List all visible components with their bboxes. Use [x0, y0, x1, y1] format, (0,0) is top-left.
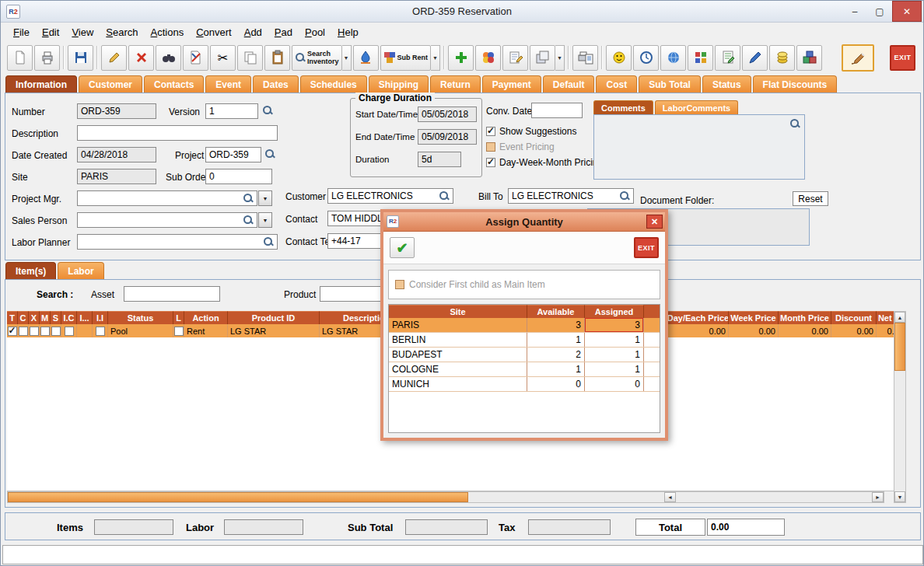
print-button[interactable]	[34, 45, 60, 71]
vertical-scroll-thumb[interactable]	[894, 323, 905, 371]
site-field[interactable]: PARIS	[77, 169, 156, 184]
dialog-row-berlin[interactable]: BERLIN 1 1	[389, 333, 660, 348]
consider-first-child-checkbox[interactable]	[395, 280, 404, 289]
labor-planner-field[interactable]	[77, 234, 278, 250]
col-c[interactable]: C	[18, 311, 29, 324]
packages-button[interactable]	[796, 45, 822, 71]
number-field[interactable]: ORD-359	[77, 103, 156, 119]
dialog-exit-button[interactable]: EXIT	[634, 237, 659, 258]
vertical-scrollbar[interactable]: ▲ ▼	[894, 311, 906, 503]
exit-button[interactable]: EXIT	[890, 45, 915, 71]
new-document-button[interactable]	[7, 45, 33, 71]
sub-rent-button[interactable]: Sub Rent	[380, 45, 432, 71]
col-ic[interactable]: I.C	[61, 311, 77, 324]
project-mgr-field[interactable]	[77, 190, 257, 206]
tab-cost[interactable]: Cost	[596, 75, 637, 93]
reset-button[interactable]: Reset	[793, 191, 828, 206]
end-date-field[interactable]: 05/09/2018	[418, 129, 477, 145]
bill-to-field[interactable]: LG ELECTRONICS	[508, 188, 634, 204]
dialog-row-paris[interactable]: PARIS 3 3	[389, 318, 660, 333]
item-x-checkbox[interactable]	[30, 327, 39, 336]
money-button[interactable]	[769, 45, 795, 71]
item-t-checkbox[interactable]	[8, 327, 17, 336]
col-day-each-price[interactable]: Day/Each Price	[668, 311, 729, 324]
col-l[interactable]: L	[173, 311, 184, 324]
totals-labor-field[interactable]	[224, 519, 303, 535]
tab-status[interactable]: Status	[702, 75, 751, 93]
menu-add[interactable]: Add	[238, 24, 268, 40]
edit-pencil-button[interactable]	[101, 45, 127, 71]
assigned-cell[interactable]: 1	[585, 333, 644, 347]
duration-field[interactable]: 5d	[418, 152, 461, 167]
add-button[interactable]	[448, 45, 474, 71]
group-balls-button[interactable]	[475, 45, 501, 71]
col-week-price[interactable]: Week Price	[729, 311, 779, 324]
smiley-button[interactable]	[606, 45, 632, 71]
close-button[interactable]: ✕	[892, 1, 922, 22]
dialog-row-cologne[interactable]: COLOGNE 1 1	[389, 362, 660, 377]
dialog-row-munich[interactable]: MUNICH 0 0	[389, 377, 660, 392]
totals-sub-total-field[interactable]	[405, 519, 488, 535]
show-suggestions-checkbox[interactable]	[486, 127, 495, 136]
conv-date-field[interactable]	[531, 103, 583, 118]
maximize-button[interactable]: ▢	[867, 1, 892, 22]
col-ii[interactable]: I.I	[93, 311, 108, 324]
dialog-col-assigned[interactable]: Assigned	[585, 305, 644, 318]
ink-drop-button[interactable]	[353, 45, 379, 71]
tab-customer[interactable]: Customer	[79, 75, 142, 93]
copy-button[interactable]	[237, 45, 263, 71]
minimize-button[interactable]: –	[842, 1, 867, 22]
globe-button[interactable]	[660, 45, 686, 71]
menu-actions[interactable]: Actions	[145, 24, 191, 40]
project-field[interactable]: ORD-359	[205, 147, 261, 162]
tab-contacts[interactable]: Contacts	[144, 75, 204, 93]
tab-shipping[interactable]: Shipping	[369, 75, 429, 93]
scroll-down-button[interactable]: ▼	[894, 491, 905, 502]
dialog-close-button[interactable]: ✕	[646, 215, 663, 229]
menu-help[interactable]: Help	[331, 24, 365, 40]
tab-items[interactable]: Item(s)	[5, 262, 56, 279]
day-week-month-checkbox[interactable]	[486, 158, 495, 167]
menu-edit[interactable]: Edit	[36, 24, 65, 40]
horizontal-scroll-thumb[interactable]	[8, 492, 468, 502]
search-inventory-dropdown[interactable]: ▼	[342, 45, 352, 71]
notepad-edit-button[interactable]	[715, 45, 740, 71]
totals-tax-field[interactable]	[528, 519, 611, 535]
menu-convert[interactable]: Convert	[190, 24, 238, 40]
stack-button[interactable]	[530, 45, 555, 71]
col-action[interactable]: Action	[184, 311, 228, 324]
dialog-title-bar[interactable]: R2 Assign Quantity ✕	[383, 212, 665, 232]
customer-field[interactable]: LG ELECTRONICS	[327, 188, 453, 204]
tab-labor-comments[interactable]: LaborComments	[655, 100, 738, 114]
search-inventory-button[interactable]: SearchInventory	[292, 45, 342, 71]
print-list-button[interactable]	[572, 45, 598, 71]
totals-items-field[interactable]	[94, 519, 173, 535]
tab-payment[interactable]: Payment	[482, 75, 541, 93]
tab-flat-discounts[interactable]: Flat Discounts	[753, 75, 838, 93]
menu-file[interactable]: File	[7, 24, 36, 40]
dialog-row-budapest[interactable]: BUDAPEST 2 1	[389, 348, 660, 362]
edit-note-button[interactable]	[502, 45, 528, 71]
sales-person-dropdown[interactable]: ▼	[258, 212, 272, 228]
save-button[interactable]	[68, 45, 93, 71]
col-status[interactable]: Status	[108, 311, 173, 324]
dialog-col-available[interactable]: Available	[527, 305, 585, 318]
project-mgr-dropdown[interactable]: ▼	[258, 190, 272, 206]
total-button[interactable]: Total	[635, 519, 705, 536]
total-value-field[interactable]: 0.00	[707, 519, 785, 536]
sales-person-field[interactable]	[77, 212, 257, 228]
paste-button[interactable]	[264, 45, 290, 71]
cubes-button[interactable]	[688, 45, 713, 71]
clock-button[interactable]	[633, 45, 659, 71]
bill-to-search-icon[interactable]	[619, 190, 630, 201]
tab-information[interactable]: Information	[5, 75, 77, 93]
assigned-cell[interactable]: 0	[585, 377, 644, 391]
col-product-id[interactable]: Product ID	[228, 311, 320, 324]
item-ic-checkbox[interactable]	[65, 327, 74, 336]
tab-dates[interactable]: Dates	[253, 75, 299, 93]
col-month-price[interactable]: Month Price	[779, 311, 831, 324]
assigned-cell[interactable]: 1	[585, 348, 644, 362]
description-field[interactable]	[77, 125, 278, 141]
tab-schedules[interactable]: Schedules	[300, 75, 367, 93]
cut-document-button[interactable]	[183, 45, 208, 71]
